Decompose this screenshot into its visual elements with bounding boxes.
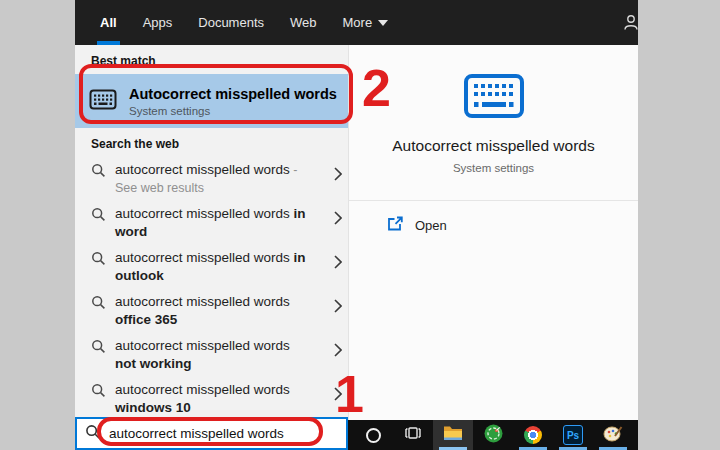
suggestion-list: autocorrect misspelled words - See web r… <box>75 157 348 421</box>
tab-web[interactable]: Web <box>290 0 317 45</box>
taskbar: Ps <box>348 420 638 450</box>
chevron-right-icon[interactable] <box>334 255 342 273</box>
search-icon <box>91 251 106 270</box>
green-app-icon <box>484 424 503 447</box>
suggestion-text: autocorrect misspelled words - See web r… <box>115 161 311 197</box>
search-web-header: Search the web <box>75 128 348 157</box>
best-match-title: Autocorrect misspelled words <box>129 86 337 102</box>
suggestion-text: autocorrect misspelled words not working <box>115 337 311 373</box>
suggestion-see-web-results[interactable]: autocorrect misspelled words - See web r… <box>75 157 348 201</box>
taskbar-photoshop-button[interactable]: Ps <box>553 420 593 450</box>
search-icon <box>91 163 106 182</box>
cortana-icon <box>366 428 381 443</box>
tab-more[interactable]: More <box>343 0 389 45</box>
best-match-subtitle: System settings <box>129 105 337 117</box>
search-box <box>75 417 348 450</box>
chevron-right-icon[interactable] <box>334 343 342 361</box>
taskbar-cortana-button[interactable] <box>353 420 393 450</box>
best-match-header: Best match <box>75 45 348 74</box>
taskbar-file-explorer-button[interactable] <box>433 420 473 450</box>
preview-subtitle: System settings <box>349 162 638 174</box>
search-icon <box>91 383 106 402</box>
chevron-right-icon[interactable] <box>334 387 342 405</box>
taskbar-paint-button[interactable] <box>593 420 633 450</box>
search-icon <box>91 207 106 226</box>
suggestion-in-outlook[interactable]: autocorrect misspelled words in outlook <box>75 245 348 289</box>
file-explorer-icon <box>443 425 463 445</box>
photoshop-icon: Ps <box>563 425 583 445</box>
tab-apps-label: Apps <box>143 15 173 30</box>
preview-title: Autocorrect misspelled words <box>349 137 638 155</box>
tab-apps[interactable]: Apps <box>143 0 173 45</box>
results-panel: Best match Autocorrect misspelled words … <box>75 45 348 450</box>
caret-down-icon <box>378 20 388 26</box>
search-icon <box>91 295 106 314</box>
tab-all-label: All <box>100 15 117 30</box>
search-input[interactable] <box>109 426 319 441</box>
chevron-right-icon[interactable] <box>334 167 342 185</box>
suggestion-in-word[interactable]: autocorrect misspelled words in word <box>75 201 348 245</box>
suggestion-text: autocorrect misspelled words in outlook <box>115 249 311 285</box>
best-match-text: Autocorrect misspelled words System sett… <box>129 86 337 117</box>
best-match-result[interactable]: Autocorrect misspelled words System sett… <box>75 74 348 128</box>
search-flyout: All Apps Documents Web More Best match <box>75 0 638 450</box>
tab-more-label: More <box>343 15 373 30</box>
taskbar-task-view-button[interactable] <box>393 420 433 450</box>
chevron-right-icon[interactable] <box>334 299 342 317</box>
suggestion-not-working[interactable]: autocorrect misspelled words not working <box>75 333 348 377</box>
suggestion-text: autocorrect misspelled words in word <box>115 205 311 241</box>
keyboard-icon <box>89 89 117 114</box>
open-icon <box>387 216 403 234</box>
tab-documents[interactable]: Documents <box>198 0 264 45</box>
tab-all[interactable]: All <box>100 0 117 45</box>
tab-web-label: Web <box>290 15 317 30</box>
suggestion-windows-10[interactable]: autocorrect misspelled words windows 10 <box>75 377 348 421</box>
open-action[interactable]: Open <box>349 201 638 234</box>
search-icon <box>91 339 106 358</box>
chevron-right-icon[interactable] <box>334 211 342 229</box>
suggestion-office-365[interactable]: autocorrect misspelled words office 365 <box>75 289 348 333</box>
search-tabbar: All Apps Documents Web More <box>75 0 638 45</box>
suggestion-text: autocorrect misspelled words office 365 <box>115 293 311 329</box>
taskbar-chrome-button[interactable] <box>513 420 553 450</box>
preview-panel: Autocorrect misspelled words System sett… <box>348 45 638 420</box>
tab-documents-label: Documents <box>198 15 264 30</box>
chrome-icon <box>524 426 542 444</box>
paint-palette-icon <box>603 424 623 446</box>
keyboard-icon <box>349 73 638 123</box>
suggestion-text: autocorrect misspelled words windows 10 <box>115 381 311 417</box>
user-icon <box>622 17 640 34</box>
taskbar-green-app-button[interactable] <box>473 420 513 450</box>
open-label: Open <box>415 218 447 233</box>
search-icon <box>85 424 101 444</box>
task-view-icon <box>403 424 423 446</box>
user-account-button[interactable] <box>622 13 640 35</box>
